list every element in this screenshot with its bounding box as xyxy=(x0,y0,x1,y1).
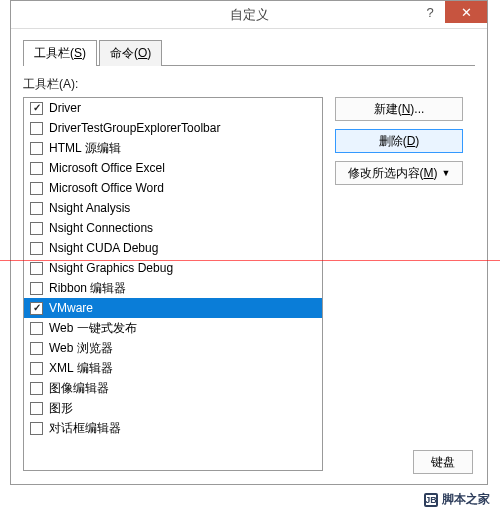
list-item-label: HTML 源编辑 xyxy=(49,140,121,157)
watermark-icon: JB xyxy=(424,493,438,507)
button-column: 新建(N)... 删除(D) 修改所选内容(M)▼ xyxy=(335,97,463,471)
tab-commands[interactable]: 命令(O) xyxy=(99,40,162,66)
checkbox[interactable] xyxy=(30,362,43,375)
keyboard-button[interactable]: 键盘 xyxy=(413,450,473,474)
checkbox[interactable] xyxy=(30,342,43,355)
toolbars-listbox[interactable]: DriverDriverTestGroupExplorerToolbarHTML… xyxy=(23,97,323,471)
list-item[interactable]: VMware xyxy=(24,298,322,318)
checkbox[interactable] xyxy=(30,282,43,295)
checkbox[interactable] xyxy=(30,162,43,175)
list-item[interactable]: 图形 xyxy=(24,398,322,418)
list-item[interactable]: Microsoft Office Word xyxy=(24,178,322,198)
checkbox[interactable] xyxy=(30,202,43,215)
list-item-label: 图形 xyxy=(49,400,73,417)
list-item-label: 对话框编辑器 xyxy=(49,420,121,437)
list-item-label: XML 编辑器 xyxy=(49,360,113,377)
watermark-text: 脚本之家 xyxy=(442,491,490,508)
list-item[interactable]: XML 编辑器 xyxy=(24,358,322,378)
footer-row: 键盘 xyxy=(413,450,473,474)
checkbox[interactable] xyxy=(30,422,43,435)
delete-button[interactable]: 删除(D) xyxy=(335,129,463,153)
list-item-label: Nsight Connections xyxy=(49,221,153,235)
list-item-label: DriverTestGroupExplorerToolbar xyxy=(49,121,220,135)
list-item-label: Nsight Analysis xyxy=(49,201,130,215)
tab-toolbars[interactable]: 工具栏(S) xyxy=(23,40,97,66)
dialog-content: 工具栏(S) 命令(O) 工具栏(A): DriverDriverTestGro… xyxy=(11,29,487,484)
list-item[interactable]: Nsight Analysis xyxy=(24,198,322,218)
watermark: JB 脚本之家 xyxy=(424,491,490,508)
tab-strip: 工具栏(S) 命令(O) xyxy=(23,39,475,66)
list-item[interactable]: Driver xyxy=(24,98,322,118)
list-item[interactable]: Nsight CUDA Debug xyxy=(24,238,322,258)
close-button[interactable]: ✕ xyxy=(445,1,487,23)
list-item-label: 图像编辑器 xyxy=(49,380,109,397)
list-item[interactable]: HTML 源编辑 xyxy=(24,138,322,158)
list-item[interactable]: Web 一键式发布 xyxy=(24,318,322,338)
help-button[interactable]: ? xyxy=(415,1,445,23)
main-row: DriverDriverTestGroupExplorerToolbarHTML… xyxy=(23,97,475,471)
toolbars-label: 工具栏(A): xyxy=(23,76,475,93)
checkbox[interactable] xyxy=(30,182,43,195)
list-item[interactable]: Ribbon 编辑器 xyxy=(24,278,322,298)
list-item[interactable]: Nsight Connections xyxy=(24,218,322,238)
customize-dialog: 自定义 ? ✕ 工具栏(S) 命令(O) 工具栏(A): DriverDrive… xyxy=(10,0,488,485)
list-item[interactable]: Nsight Graphics Debug xyxy=(24,258,322,278)
checkbox[interactable] xyxy=(30,122,43,135)
list-item-label: Nsight Graphics Debug xyxy=(49,261,173,275)
list-item[interactable]: Web 浏览器 xyxy=(24,338,322,358)
list-item[interactable]: DriverTestGroupExplorerToolbar xyxy=(24,118,322,138)
list-item-label: Ribbon 编辑器 xyxy=(49,280,126,297)
checkbox[interactable] xyxy=(30,262,43,275)
list-item-label: VMware xyxy=(49,301,93,315)
new-button[interactable]: 新建(N)... xyxy=(335,97,463,121)
list-item-label: Web 一键式发布 xyxy=(49,320,137,337)
checkbox[interactable] xyxy=(30,402,43,415)
list-item-label: Nsight CUDA Debug xyxy=(49,241,158,255)
list-item-label: Microsoft Office Word xyxy=(49,181,164,195)
modify-selection-button[interactable]: 修改所选内容(M)▼ xyxy=(335,161,463,185)
checkbox[interactable] xyxy=(30,222,43,235)
checkbox[interactable] xyxy=(30,322,43,335)
checkbox[interactable] xyxy=(30,382,43,395)
titlebar-buttons: ? ✕ xyxy=(415,1,487,23)
list-item-label: Web 浏览器 xyxy=(49,340,113,357)
checkbox[interactable] xyxy=(30,102,43,115)
list-item-label: Microsoft Office Excel xyxy=(49,161,165,175)
list-item[interactable]: 图像编辑器 xyxy=(24,378,322,398)
list-item[interactable]: Microsoft Office Excel xyxy=(24,158,322,178)
titlebar: 自定义 ? ✕ xyxy=(11,1,487,29)
checkbox[interactable] xyxy=(30,142,43,155)
list-item-label: Driver xyxy=(49,101,81,115)
checkbox[interactable] xyxy=(30,242,43,255)
checkbox[interactable] xyxy=(30,302,43,315)
list-item[interactable]: 对话框编辑器 xyxy=(24,418,322,438)
chevron-down-icon: ▼ xyxy=(442,168,451,178)
